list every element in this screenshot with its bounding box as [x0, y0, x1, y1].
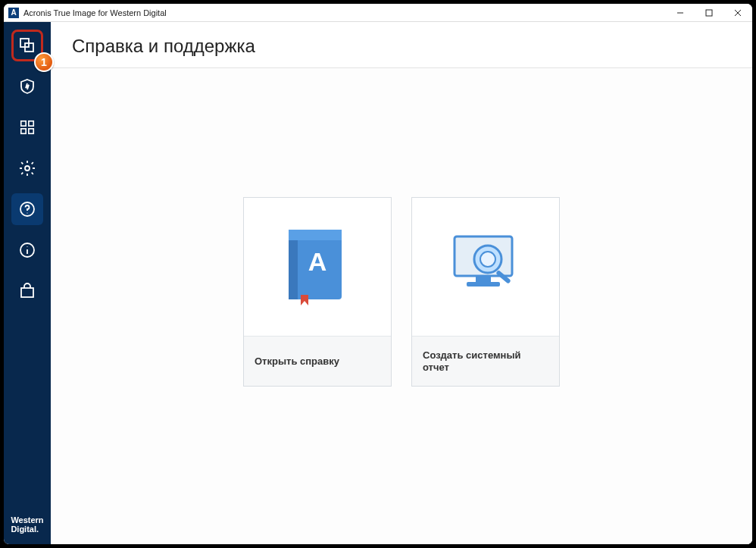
- content-area: A Открыть справку: [51, 68, 752, 544]
- card-label: Открыть справку: [255, 355, 339, 368]
- svg-text:A: A: [308, 247, 327, 276]
- svg-point-15: [27, 246, 27, 247]
- window-title: Acronis True Image for Western Digital: [23, 8, 666, 17]
- svg-rect-6: [21, 121, 26, 126]
- callout-badge-1: 1: [34, 52, 54, 72]
- sidebar-item-protection[interactable]: [11, 70, 43, 102]
- page-title: Справка и поддержка: [72, 36, 731, 57]
- svg-rect-8: [21, 129, 26, 133]
- app-window: A Acronis True Image for Western Digital…: [0, 0, 756, 548]
- window-controls: [666, 4, 752, 21]
- help-book-icon: A: [244, 198, 391, 336]
- svg-rect-16: [21, 288, 33, 297]
- sidebar-item-about[interactable]: [11, 234, 43, 266]
- card-label: Создать системный отчет: [423, 349, 548, 374]
- sidebar-item-tools[interactable]: [11, 111, 43, 143]
- card-open-help[interactable]: A Открыть справку: [243, 197, 392, 387]
- sidebar: 1: [4, 22, 51, 544]
- maximize-button[interactable]: [695, 4, 723, 21]
- sidebar-item-settings[interactable]: [11, 152, 43, 184]
- app-icon: A: [8, 8, 19, 18]
- svg-rect-9: [29, 129, 33, 133]
- system-report-icon: [412, 198, 559, 336]
- svg-point-10: [25, 166, 30, 171]
- minimize-button[interactable]: [666, 4, 695, 21]
- main-panel: Справка и поддержка A: [51, 22, 752, 544]
- sidebar-item-store[interactable]: [11, 275, 43, 307]
- svg-point-12: [27, 212, 27, 213]
- svg-rect-24: [476, 276, 491, 282]
- page-header: Справка и поддержка: [51, 22, 752, 68]
- svg-rect-19: [289, 230, 342, 240]
- wd-logo: Western Digital.: [11, 515, 43, 544]
- sidebar-item-help[interactable]: [11, 193, 43, 225]
- titlebar: A Acronis True Image for Western Digital: [4, 4, 752, 22]
- close-button[interactable]: [723, 4, 752, 21]
- svg-rect-1: [706, 10, 712, 16]
- svg-point-27: [480, 252, 495, 267]
- card-system-report[interactable]: Создать системный отчет: [411, 197, 560, 387]
- svg-rect-25: [467, 282, 500, 287]
- svg-rect-7: [29, 121, 33, 126]
